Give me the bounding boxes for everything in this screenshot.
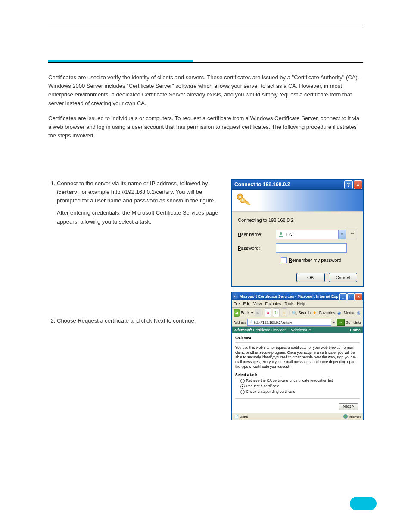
header-rule — [48, 25, 363, 25]
cert-page-content: Welcome You use this web site to request… — [232, 333, 363, 413]
page-number-pill — [350, 497, 377, 510]
intro-paragraph-1: Certificates are used to verify the iden… — [48, 73, 363, 108]
ok-button[interactable]: OK — [296, 273, 325, 282]
connecting-label: Connecting to 192.168.0.2 — [238, 218, 357, 223]
refresh-icon[interactable]: ↻ — [273, 308, 280, 317]
maximize-icon[interactable]: □ — [347, 293, 355, 300]
forward-icon: ► — [255, 309, 261, 317]
favorites-icon[interactable]: ★ — [312, 309, 318, 317]
step-2: Choose Request a certificate and click N… — [57, 317, 225, 325]
step-1: Connect to the server via its name or IP… — [57, 179, 225, 226]
back-label[interactable]: Back — [241, 311, 249, 315]
next-button[interactable]: Next > — [339, 403, 358, 410]
home-icon[interactable]: ⌂ — [281, 308, 288, 317]
ie-title-text: Microsoft Certificate Services - Microso… — [240, 294, 347, 299]
ie-menu-bar: File Edit View Favorites Tools Help — [232, 300, 363, 308]
username-label: User name: — [238, 232, 276, 237]
ie-window: e Microsoft Certificate Services - Micro… — [231, 292, 364, 420]
divider — [235, 342, 360, 343]
close-icon[interactable]: × — [355, 293, 362, 300]
chevron-down-icon[interactable]: ▼ — [338, 230, 346, 239]
favorites-label[interactable]: Favorites — [319, 311, 335, 315]
password-field[interactable] — [276, 243, 347, 253]
select-task-label: Select a task: — [235, 373, 360, 377]
keys-icon — [235, 192, 252, 208]
password-label: Password: — [238, 246, 276, 251]
username-field[interactable]: 123 ▼ — [276, 230, 346, 239]
task-option-3[interactable]: Check on a pending certificate — [240, 389, 360, 394]
intro-paragraph-2: Certificates are issued to individuals o… — [48, 114, 363, 140]
links-label[interactable]: Links — [353, 320, 361, 324]
radio-icon[interactable] — [240, 390, 245, 394]
intro-text: Certificates are used to verify the iden… — [48, 73, 363, 146]
globe-icon — [343, 414, 348, 419]
go-button[interactable]: → — [337, 319, 345, 326]
menu-view[interactable]: View — [253, 302, 262, 306]
ie-status-bar: 📄 Done Internet — [232, 413, 363, 420]
address-input[interactable]: 📄 http://192.168.0.2/certsrv — [247, 319, 331, 326]
menu-help[interactable]: Help — [297, 302, 305, 306]
home-link[interactable]: Home — [350, 328, 361, 332]
browse-button[interactable]: ... — [348, 230, 357, 239]
remember-label: Remember my password — [289, 258, 341, 263]
ie-title-bar[interactable]: e Microsoft Certificate Services - Micro… — [232, 292, 363, 300]
close-icon[interactable]: × — [354, 180, 362, 189]
page-icon: 📄 — [249, 320, 253, 324]
user-icon — [278, 231, 284, 237]
task-option-2[interactable]: Request a certificate — [240, 384, 360, 389]
search-icon[interactable]: 🔍 — [291, 309, 297, 317]
cancel-button[interactable]: Cancel — [329, 273, 357, 282]
back-dropdown-icon[interactable]: ▼ — [251, 311, 254, 314]
divider — [235, 398, 360, 399]
dialog-banner — [232, 190, 363, 212]
menu-file[interactable]: File — [234, 302, 240, 306]
connect-dialog: Connect to 192.168.0.2 ? × Connecting to… — [231, 179, 364, 287]
radio-icon[interactable] — [240, 379, 245, 383]
zone-label: Internet — [349, 415, 361, 419]
address-dropdown-icon[interactable]: ▼ — [333, 321, 336, 324]
history-icon[interactable]: ◷ — [355, 309, 361, 317]
status-text: Done — [240, 415, 248, 419]
section-rule — [48, 62, 363, 63]
welcome-body: You use this web site to request a certi… — [235, 345, 360, 369]
media-icon[interactable]: ◉ — [336, 309, 342, 317]
stop-icon[interactable]: ✕ — [265, 308, 271, 317]
menu-favorites[interactable]: Favorites — [265, 302, 281, 306]
cert-services-header: Microsoft Certificate Services -- Wirele… — [232, 327, 363, 333]
help-icon[interactable]: ? — [344, 180, 353, 189]
dialog-title-bar[interactable]: Connect to 192.168.0.2 ? × — [232, 180, 363, 190]
remember-checkbox[interactable] — [281, 257, 287, 263]
ie-toolbar: ◄ Back ▼ ► | ✕ ↻ ⌂ | 🔍 Search ★ Favorite… — [232, 308, 363, 318]
screenshots-column: Connect to 192.168.0.2 ? × Connecting to… — [231, 179, 363, 420]
ie-logo-icon: e — [233, 293, 238, 299]
welcome-heading: Welcome — [235, 336, 360, 341]
search-label[interactable]: Search — [299, 311, 311, 315]
done-icon: 📄 — [234, 415, 239, 419]
task-option-1[interactable]: Retrieve the CA certificate or certifica… — [240, 378, 360, 383]
minimize-icon[interactable]: _ — [339, 293, 347, 300]
svg-point-6 — [280, 232, 282, 235]
dialog-title-text: Connect to 192.168.0.2 — [234, 181, 290, 187]
svg-point-1 — [239, 196, 241, 198]
media-label[interactable]: Media — [344, 311, 355, 315]
steps-column: Connect to the server via its name or IP… — [48, 179, 225, 331]
address-label: Address — [234, 320, 246, 324]
radio-selected-icon[interactable] — [240, 384, 245, 389]
go-label[interactable]: Go — [346, 320, 351, 324]
menu-tools[interactable]: Tools — [284, 302, 293, 306]
svg-point-4 — [242, 199, 244, 202]
back-icon[interactable]: ◄ — [234, 309, 240, 317]
address-bar: Address 📄 http://192.168.0.2/certsrv ▼ →… — [232, 318, 363, 327]
menu-edit[interactable]: Edit — [243, 302, 250, 306]
